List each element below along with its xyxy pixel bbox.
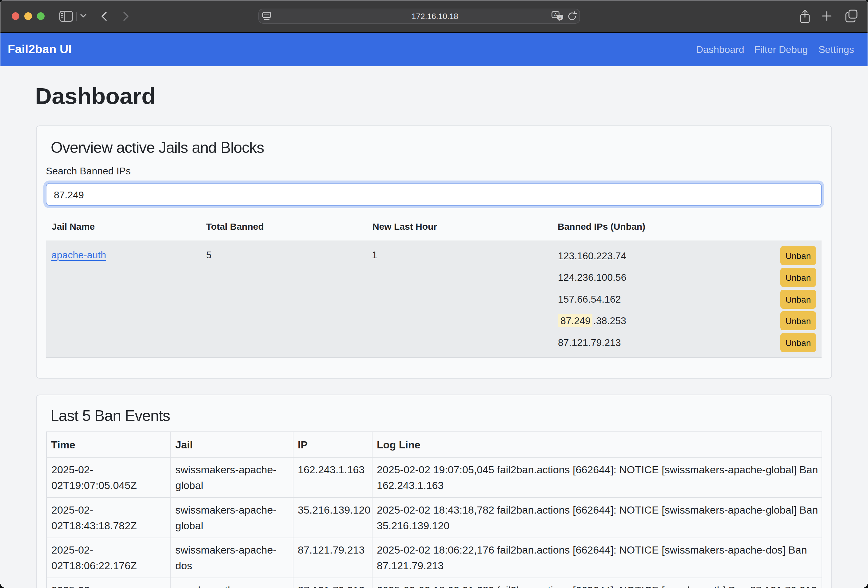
- svg-text:x: x: [559, 15, 561, 20]
- svg-text:A: A: [554, 12, 557, 17]
